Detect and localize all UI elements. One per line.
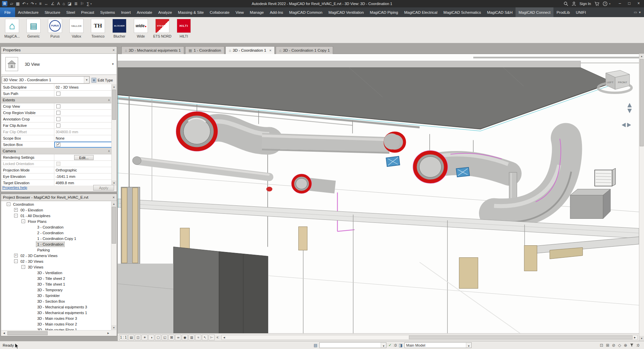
tab-magicad-sh[interactable]: MagiCAD S&H xyxy=(484,7,516,17)
scale-button[interactable]: 1 : 1 xyxy=(119,335,127,340)
tree-item-parking[interactable]: Parking xyxy=(1,247,111,253)
print-icon[interactable]: ≡ xyxy=(39,0,42,7)
design-option-dropdown-icon[interactable]: ▾ xyxy=(466,343,471,348)
properties-scrollbar[interactable]: ▲ ▼ xyxy=(111,84,116,186)
tab-magicad-common[interactable]: MagiCAD Common xyxy=(286,7,325,17)
tree-item-01-all-disciplines[interactable]: -01 - All Disciplines xyxy=(1,213,111,218)
tab-massing-site[interactable]: Massing & Site xyxy=(175,7,207,17)
filter-icon[interactable] xyxy=(630,343,634,347)
section-box-checkbox[interactable] xyxy=(56,143,60,147)
drawing-area[interactable]: LEFT FRONT xyxy=(118,54,639,333)
visual-style-icon[interactable]: ◫ xyxy=(135,335,141,340)
undo-icon[interactable]: ↶ xyxy=(22,0,26,7)
view-tab-1-coordination[interactable]: ▦ 1 - Coordination xyxy=(185,46,224,54)
tree-item-3d-title-sheet-1[interactable]: 3D - Title sheet 1 xyxy=(1,281,111,287)
app-store-cart-icon[interactable] xyxy=(594,2,599,6)
scrollbar-thumb[interactable] xyxy=(640,59,644,146)
reveal-constraints-icon[interactable]: ⊢ xyxy=(209,335,215,340)
crop-region-visible-icon[interactable]: ◱ xyxy=(162,335,168,340)
tree-item-02-3d-camera-views[interactable]: +02 - 3D Camera Views xyxy=(1,253,111,258)
view-tab-3d-coordination-1-copy-1[interactable]: ⌂ 3D - Coordination 1 Copy 1 xyxy=(276,46,333,54)
tree-item-floor-plans[interactable]: -Floor Plans xyxy=(1,218,111,224)
default-3d-view-icon[interactable]: ⌂ xyxy=(63,0,65,7)
help-dropdown-icon[interactable]: ▾ xyxy=(609,2,610,5)
temporary-hide-isolate-icon[interactable]: ∞ xyxy=(175,335,181,340)
edit-type-button[interactable]: ⊞ Edit Type xyxy=(92,77,113,84)
analytical-model-icon[interactable]: ≈ xyxy=(195,335,201,340)
shadows-icon[interactable]: ◑ xyxy=(148,335,154,340)
select-pinned-icon[interactable]: ⊘ xyxy=(612,343,615,348)
drag-on-selection-icon[interactable]: ⊕ xyxy=(624,343,627,348)
close-project-browser-icon[interactable]: × xyxy=(113,195,115,199)
close-view-tab-icon[interactable]: × xyxy=(269,48,271,52)
tree-item-2-coordination[interactable]: 2 - Coordination xyxy=(1,230,111,236)
scrollbar-thumb[interactable] xyxy=(7,331,48,335)
view-tab-3d-coordination-1[interactable]: ⌂ 3D - Coordination 1 × xyxy=(225,46,275,54)
collapse-icon[interactable]: - xyxy=(21,219,25,223)
viewport-hscrollbar[interactable]: ◀ ▶ xyxy=(221,335,638,340)
tab-view[interactable]: View xyxy=(232,7,247,17)
close-button[interactable]: × xyxy=(634,0,643,7)
scroll-right-icon[interactable]: ▶ xyxy=(106,331,111,336)
tree-item-3d-ventilation[interactable]: 3D - Ventilation xyxy=(1,270,111,276)
search-icon[interactable] xyxy=(564,1,568,6)
tree-item-02-3d-views[interactable]: -02 - 3D Views xyxy=(1,258,111,264)
tab-insert[interactable]: Insert xyxy=(118,7,134,17)
restore-button[interactable]: □ xyxy=(625,0,634,7)
tab-systems[interactable]: Systems xyxy=(97,7,118,17)
ribbon-button-generic[interactable]: ▤ Generic xyxy=(23,18,44,43)
tab-unifi[interactable]: UNIFI xyxy=(573,7,589,17)
tree-item-00-elevation[interactable]: +00 - Elevation xyxy=(1,207,111,213)
properties-help-link[interactable]: Properties help xyxy=(2,186,27,190)
schedule-icon[interactable]: ∑ xyxy=(87,0,90,7)
scrollbar-thumb[interactable] xyxy=(409,336,633,339)
tab-architecture[interactable]: Architecture xyxy=(15,7,42,17)
tree-item-1-coordination[interactable]: 1 - Coordination xyxy=(1,241,111,247)
scroll-up-icon[interactable]: ▲ xyxy=(639,54,644,59)
tree-item-3d-main-routes-floor-3[interactable]: 3D - Main routes Floor 3 xyxy=(1,315,111,321)
ribbon-button-purus[interactable]: PURUS Purus xyxy=(45,18,65,43)
lock-3d-view-icon[interactable]: ⊠ xyxy=(168,335,174,340)
tab-collaborate[interactable]: Collaborate xyxy=(207,7,232,17)
ribbon-button-hilti[interactable]: HILTI HILTI xyxy=(174,18,194,43)
tab-magicad-schematics[interactable]: MagiCAD Schematics xyxy=(440,7,484,17)
thin-lines-icon[interactable]: ≣ xyxy=(74,0,77,7)
project-browser-hscrollbar[interactable]: ◀ ▶ xyxy=(1,330,111,336)
detail-level-icon[interactable]: ▤ xyxy=(128,335,134,340)
aligned-dimension-icon[interactable]: ∠ xyxy=(51,0,55,7)
expand-icon[interactable]: + xyxy=(14,208,18,212)
crop-region-visible-checkbox[interactable] xyxy=(56,111,60,115)
sun-path-checkbox[interactable] xyxy=(56,92,60,96)
close-properties-icon[interactable]: × xyxy=(113,48,115,52)
tab-magicad-ventilation[interactable]: MagiCAD Ventilation xyxy=(325,7,367,17)
open-icon[interactable]: ▱ xyxy=(10,0,13,7)
editable-only-icon[interactable]: ✓ xyxy=(388,343,391,347)
tree-item-3d-temporary[interactable]: 3D - Temporary xyxy=(1,287,111,293)
scroll-down-icon[interactable]: ▼ xyxy=(111,325,116,330)
worksets-icon[interactable]: ▤ xyxy=(314,343,317,348)
project-browser-vscrollbar[interactable]: ▲ ▼ xyxy=(111,201,116,330)
tab-add-ins[interactable]: Add-Ins xyxy=(267,7,286,17)
ribbon-state-dropdown-icon[interactable]: ▾ xyxy=(639,10,641,14)
tab-annotate[interactable]: Annotate xyxy=(134,7,155,17)
select-links-icon[interactable]: ⊡ xyxy=(600,343,603,348)
tag-icon[interactable]: ⚐ xyxy=(80,0,84,7)
save-icon[interactable]: ▦ xyxy=(16,0,19,7)
property-group-camera[interactable]: Camera∧ xyxy=(1,148,112,154)
ribbon-button-wide[interactable]: wide Wide xyxy=(131,18,151,43)
scroll-up-icon[interactable]: ▲ xyxy=(111,201,116,206)
3d-model-view[interactable]: LEFT FRONT xyxy=(118,54,639,333)
ribbon-button-ets-nord[interactable]: ETS NORD ETS NORD xyxy=(152,18,172,43)
active-workset-combo[interactable]: ▾ xyxy=(319,342,386,348)
scroll-up-icon[interactable]: ▲ xyxy=(112,84,116,89)
design-option-combo[interactable]: Main Model ▾ xyxy=(405,342,472,348)
scroll-left-icon[interactable]: ◀ xyxy=(1,331,7,336)
tree-item-3d-mechanical-equipments-3[interactable]: 3D - Mechanical equipments 3 xyxy=(1,304,111,310)
temporary-view-properties-icon[interactable]: ▥ xyxy=(189,335,195,340)
sign-in[interactable]: Sign In xyxy=(580,2,591,6)
apply-button[interactable]: Apply xyxy=(93,185,114,191)
undo-dropdown-icon[interactable]: ▾ xyxy=(27,2,28,5)
tree-item-3d-main-routes-floor-2[interactable]: 3D - Main routes Floor 2 xyxy=(1,321,111,327)
reveal-hidden-elements-icon[interactable]: ◉ xyxy=(182,335,188,340)
measure-icon[interactable]: ↔ xyxy=(44,0,48,7)
